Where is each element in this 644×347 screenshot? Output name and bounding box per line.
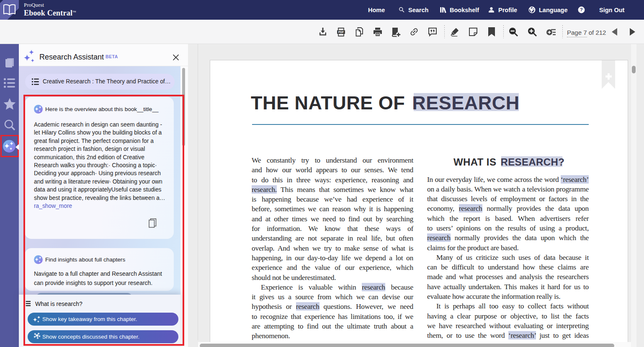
svg-text:PDF: PDF [338, 31, 344, 34]
svg-text:?: ? [580, 7, 583, 12]
